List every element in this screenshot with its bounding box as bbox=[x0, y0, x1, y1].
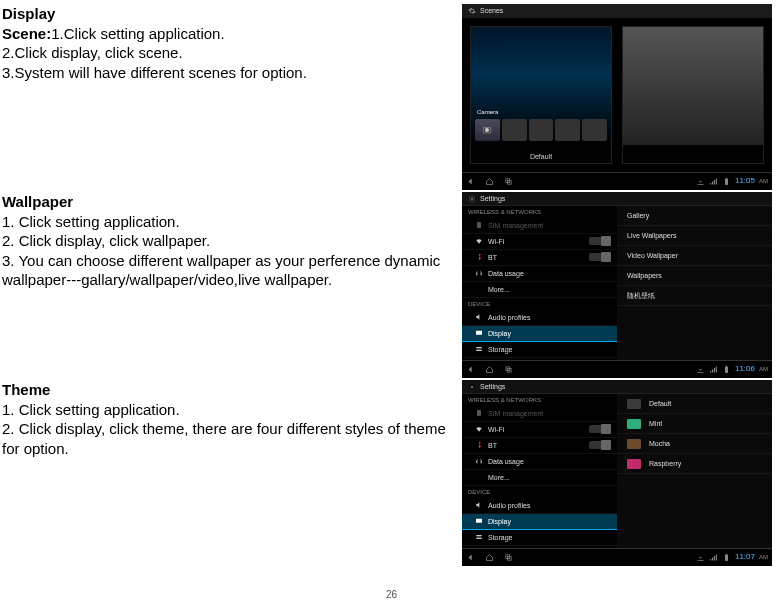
item-more: More... bbox=[462, 282, 617, 298]
screenshot-theme: Settings WIRELESS & NETWORKS SIM managem… bbox=[462, 380, 772, 566]
data-icon bbox=[475, 457, 483, 465]
app-thumb bbox=[529, 119, 554, 141]
storage-icon bbox=[475, 533, 483, 541]
wifi-switch bbox=[589, 425, 611, 433]
home-icon bbox=[485, 177, 494, 186]
back-icon bbox=[466, 553, 475, 562]
wallpaper-opt-video: Video Wallpaper bbox=[617, 246, 772, 266]
home-icon bbox=[485, 365, 494, 374]
recents-icon bbox=[504, 177, 513, 186]
item-audio: Audio profiles bbox=[462, 498, 617, 514]
item-sim: SIM management bbox=[462, 406, 617, 422]
scene-step2: 2.Click display, click scene. bbox=[2, 43, 458, 63]
bluetooth-icon bbox=[475, 441, 483, 449]
item-sim: SIM management bbox=[462, 218, 617, 234]
back-icon bbox=[466, 365, 475, 374]
theme-opt-raspberry: Raspberry bbox=[617, 454, 772, 474]
section-theme: Theme 1. Click setting application. 2. C… bbox=[2, 380, 783, 566]
signal-icon bbox=[709, 553, 718, 562]
scene-line1: Scene:1.Click setting application. bbox=[2, 24, 458, 44]
download-icon bbox=[696, 177, 705, 186]
svg-rect-25 bbox=[726, 554, 728, 555]
home-icon bbox=[485, 553, 494, 562]
item-display: Display bbox=[462, 514, 617, 530]
display-icon bbox=[475, 517, 483, 525]
scenes-title: Scenes bbox=[480, 6, 503, 15]
app-thumb bbox=[502, 119, 527, 141]
theme-opt-default: Default bbox=[617, 394, 772, 414]
clock-ampm: AM bbox=[759, 554, 768, 562]
bt-switch bbox=[589, 253, 611, 261]
screenshot-scenes: Scenes Camera bbox=[462, 4, 772, 190]
scene-label: Scene: bbox=[2, 25, 51, 42]
theme-heading: Theme bbox=[2, 380, 458, 400]
svg-rect-18 bbox=[476, 519, 482, 523]
wifi-icon bbox=[475, 237, 483, 245]
scene-step3: 3.System will have different scenes for … bbox=[2, 63, 458, 83]
battery-icon bbox=[722, 553, 731, 562]
item-storage: Storage bbox=[462, 530, 617, 546]
camera-app-label: Camera bbox=[477, 109, 498, 117]
cat-wireless: WIRELESS & NETWORKS bbox=[462, 394, 617, 406]
theme-step1: 1. Click setting application. bbox=[2, 400, 458, 420]
cat-wireless: WIRELESS & NETWORKS bbox=[462, 206, 617, 218]
svg-point-6 bbox=[471, 198, 473, 200]
page-number: 26 bbox=[0, 588, 783, 601]
settings-title: Settings bbox=[480, 194, 505, 203]
settings-title: Settings bbox=[480, 382, 505, 391]
system-bar: 11:06 AM bbox=[462, 360, 772, 378]
scene-default-label: Default bbox=[471, 152, 611, 161]
svg-rect-8 bbox=[476, 331, 482, 335]
svg-rect-19 bbox=[476, 535, 481, 536]
bluetooth-icon bbox=[475, 253, 483, 261]
data-icon bbox=[475, 269, 483, 277]
theme-step2: 2. Click display, click theme, there are… bbox=[2, 419, 458, 458]
swatch-default bbox=[627, 399, 641, 409]
clock-ampm: AM bbox=[759, 178, 768, 186]
settings-left-pane: WIRELESS & NETWORKS SIM management Wi-Fi… bbox=[462, 206, 617, 360]
item-storage: Storage bbox=[462, 342, 617, 358]
battery-icon bbox=[722, 177, 731, 186]
settings-header: Settings bbox=[462, 380, 772, 394]
item-wifi: Wi-Fi bbox=[462, 234, 617, 250]
svg-rect-9 bbox=[476, 347, 481, 348]
section-display-scene: Display Scene:1.Click setting applicatio… bbox=[2, 4, 783, 190]
svg-rect-14 bbox=[725, 367, 728, 373]
svg-rect-17 bbox=[477, 410, 481, 416]
svg-rect-24 bbox=[725, 555, 728, 561]
svg-rect-20 bbox=[476, 538, 481, 539]
svg-rect-15 bbox=[726, 366, 728, 367]
item-datausage: Data usage bbox=[462, 454, 617, 470]
clock-time: 11:06 bbox=[735, 364, 755, 374]
svg-point-16 bbox=[471, 386, 473, 388]
item-more: More... bbox=[462, 470, 617, 486]
wallpaper-step2: 2. Click display, click wallpaper. bbox=[2, 231, 458, 251]
swatch-mint bbox=[627, 419, 641, 429]
theme-opt-mint: Mint bbox=[617, 414, 772, 434]
theme-opt-mocha: Mocha bbox=[617, 434, 772, 454]
settings-gear-icon bbox=[468, 383, 476, 391]
wallpaper-step1: 1. Click setting application. bbox=[2, 212, 458, 232]
wallpaper-text: Wallpaper 1. Click setting application. … bbox=[2, 192, 462, 378]
display-icon bbox=[475, 329, 483, 337]
wallpaper-opt-random: 随机壁纸 bbox=[617, 286, 772, 306]
system-bar: 11:07 AM bbox=[462, 548, 772, 566]
wallpaper-opt-wallpapers: Wallpapers bbox=[617, 266, 772, 286]
cat-device: DEVICE bbox=[462, 486, 617, 498]
swatch-mocha bbox=[627, 439, 641, 449]
swatch-raspberry bbox=[627, 459, 641, 469]
download-icon bbox=[696, 365, 705, 374]
svg-rect-10 bbox=[476, 350, 481, 351]
scene-card-blank bbox=[622, 26, 764, 164]
sim-icon bbox=[475, 221, 483, 229]
bt-switch bbox=[589, 441, 611, 449]
scenes-header: Scenes bbox=[462, 4, 772, 18]
settings-gear-icon bbox=[468, 195, 476, 203]
section-wallpaper: Wallpaper 1. Click setting application. … bbox=[2, 192, 783, 378]
wifi-switch bbox=[589, 237, 611, 245]
settings-left-pane: WIRELESS & NETWORKS SIM management Wi-Fi… bbox=[462, 394, 617, 548]
battery-icon bbox=[722, 365, 731, 374]
app-thumb bbox=[582, 119, 607, 141]
signal-icon bbox=[709, 177, 718, 186]
scene-card-default: Camera Default bbox=[470, 26, 612, 164]
